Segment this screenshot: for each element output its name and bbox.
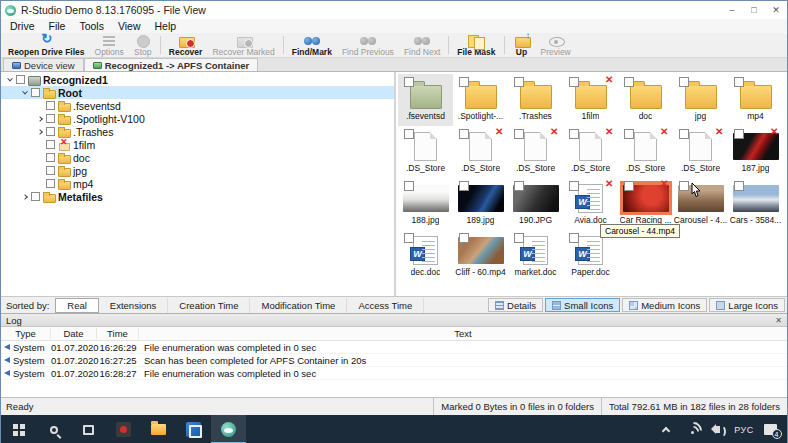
file-checkbox[interactable] xyxy=(624,181,634,191)
menu-tools[interactable]: Tools xyxy=(72,20,111,32)
maximize-button[interactable]: □ xyxy=(743,1,765,19)
file-item-cliff-60-mp4[interactable]: Cliff - 60.mp4 xyxy=(453,230,508,282)
file-explorer-icon[interactable] xyxy=(141,415,176,443)
file-checkbox[interactable] xyxy=(679,129,689,139)
menu-help[interactable]: Help xyxy=(148,20,184,32)
log-column-text[interactable]: Text xyxy=(139,328,787,339)
file-item-cars-3584[interactable]: Cars - 3584... xyxy=(728,178,783,230)
tree-item-recognized1[interactable]: Recognized1 xyxy=(1,73,394,86)
file-item-ds-store[interactable]: ✕.DS_Store xyxy=(453,126,508,178)
chevron-up-icon[interactable] xyxy=(653,415,679,443)
file-checkbox[interactable] xyxy=(734,129,744,139)
expander-collapsed-icon[interactable] xyxy=(34,130,45,134)
medium-icons-button[interactable]: Medium Icons xyxy=(622,298,707,312)
tree-checkbox[interactable] xyxy=(31,88,40,97)
log-column-type[interactable]: Type xyxy=(1,328,51,339)
file-item-ds-store[interactable]: ✕.DS_Store xyxy=(618,126,673,178)
file-item-jpg[interactable]: jpg xyxy=(673,74,728,126)
search-icon[interactable] xyxy=(36,415,71,443)
log-column-date[interactable]: Date xyxy=(51,328,97,339)
file-item-car-racing[interactable]: ✕Car Racing ... xyxy=(618,178,673,230)
file-item-ds-store[interactable]: ✕.DS_Store xyxy=(508,126,563,178)
tree-checkbox[interactable] xyxy=(16,75,25,84)
file-item-188-jpg[interactable]: 188.jpg xyxy=(398,178,453,230)
file-checkbox[interactable] xyxy=(624,77,634,87)
tree-checkbox[interactable] xyxy=(46,101,55,110)
sort-access-time-button[interactable]: Access Time xyxy=(347,298,424,313)
file-checkbox[interactable] xyxy=(624,129,634,139)
start-icon[interactable] xyxy=(1,415,36,443)
small-icons-button[interactable]: Small Icons xyxy=(545,298,620,312)
file-item-mp4[interactable]: mp4 xyxy=(728,74,783,126)
tree-item-mp4[interactable]: mp4 xyxy=(1,177,394,190)
file-checkbox[interactable] xyxy=(459,233,469,243)
log-row[interactable]: System01.07.202016:26:29File enumeration… xyxy=(1,341,787,354)
file-item-ds-store[interactable]: .DS_Store xyxy=(398,126,453,178)
file-item-trashes[interactable]: .Trashes xyxy=(508,74,563,126)
close-log-icon[interactable]: ✕ xyxy=(775,316,782,325)
file-checkbox[interactable] xyxy=(679,77,689,87)
tree-checkbox[interactable] xyxy=(46,166,55,175)
minimize-button[interactable]: – xyxy=(721,1,743,19)
file-item-doc[interactable]: doc xyxy=(618,74,673,126)
find-mark-button[interactable]: Find/Mark xyxy=(287,33,337,57)
file-checkbox[interactable] xyxy=(514,129,524,139)
file-checkbox[interactable] xyxy=(569,129,579,139)
file-item-187-jpg[interactable]: ✕187.jpg xyxy=(728,126,783,178)
file-checkbox[interactable] xyxy=(404,181,414,191)
tab-device-view[interactable]: Device view xyxy=(3,58,84,71)
up-button[interactable]: Up xyxy=(508,33,536,57)
tree-item-fseventsd[interactable]: .fseventsd xyxy=(1,99,394,112)
file-checkbox[interactable] xyxy=(514,77,524,87)
file-item-1film[interactable]: ✕1film xyxy=(563,74,618,126)
tree-item-doc[interactable]: doc xyxy=(1,151,394,164)
sort-creation-time-button[interactable]: Creation Time xyxy=(168,298,250,313)
tree-checkbox[interactable] xyxy=(31,192,40,201)
tree-checkbox[interactable] xyxy=(46,127,55,136)
tree-item-root[interactable]: Root xyxy=(1,86,394,99)
file-item-ds-store[interactable]: ✕.DS_Store xyxy=(673,126,728,178)
expander-expanded-icon[interactable] xyxy=(4,78,15,82)
expander-collapsed-icon[interactable] xyxy=(19,195,30,199)
file-checkbox[interactable] xyxy=(404,77,414,87)
file-checkbox[interactable] xyxy=(459,181,469,191)
file-checkbox[interactable] xyxy=(459,129,469,139)
menu-view[interactable]: View xyxy=(111,20,148,32)
large-icons-button[interactable]: Large Icons xyxy=(709,298,785,312)
file-checkbox[interactable] xyxy=(459,77,469,87)
vmware-icon[interactable] xyxy=(176,415,211,443)
file-item-spotlight[interactable]: .Spotlight-... xyxy=(453,74,508,126)
recover-button[interactable]: Recover xyxy=(164,33,208,57)
tree-item-jpg[interactable]: jpg xyxy=(1,164,394,177)
log-row[interactable]: System01.07.202016:27:25Scan has been co… xyxy=(1,354,787,367)
file-item-190-jpg[interactable]: 190.JPG xyxy=(508,178,563,230)
expander-collapsed-icon[interactable] xyxy=(34,117,45,121)
sort-modification-time-button[interactable]: Modification Time xyxy=(250,298,347,313)
sort-extensions-button[interactable]: Extensions xyxy=(99,298,168,313)
file-mask-button[interactable]: File Mask xyxy=(452,33,500,57)
tree-checkbox[interactable] xyxy=(46,140,55,149)
file-checkbox[interactable] xyxy=(404,129,414,139)
tree-checkbox[interactable] xyxy=(46,153,55,162)
file-item-dec-doc[interactable]: dec.doc xyxy=(398,230,453,282)
file-checkbox[interactable] xyxy=(569,233,579,243)
file-checkbox[interactable] xyxy=(569,181,579,191)
r-studio-icon[interactable] xyxy=(211,415,246,443)
tab-recognized1-apfs-container[interactable]: Recognized1 -> APFS Container xyxy=(84,58,259,71)
expander-expanded-icon[interactable] xyxy=(19,91,30,95)
file-item-ds-store[interactable]: ✕.DS_Store xyxy=(563,126,618,178)
file-checkbox[interactable] xyxy=(569,77,579,87)
file-checkbox[interactable] xyxy=(514,181,524,191)
file-item-avia-doc[interactable]: ✕Avia.doc xyxy=(563,178,618,230)
sort-real-button[interactable]: Real xyxy=(55,298,99,313)
task-view-icon[interactable] xyxy=(71,415,106,443)
file-item-fseventsd[interactable]: .fseventsd xyxy=(398,74,453,126)
file-item-carousel-4[interactable]: Carousel - 4... xyxy=(673,178,728,230)
log-column-time[interactable]: Time xyxy=(97,328,139,339)
tree-checkbox[interactable] xyxy=(46,114,55,123)
reopen-drive-files-button[interactable]: Reopen Drive Files xyxy=(3,33,90,57)
details-button[interactable]: Details xyxy=(488,298,543,312)
file-checkbox[interactable] xyxy=(404,233,414,243)
file-item-market-doc[interactable]: market.doc xyxy=(508,230,563,282)
tree-item-1film[interactable]: 1film xyxy=(1,138,394,151)
